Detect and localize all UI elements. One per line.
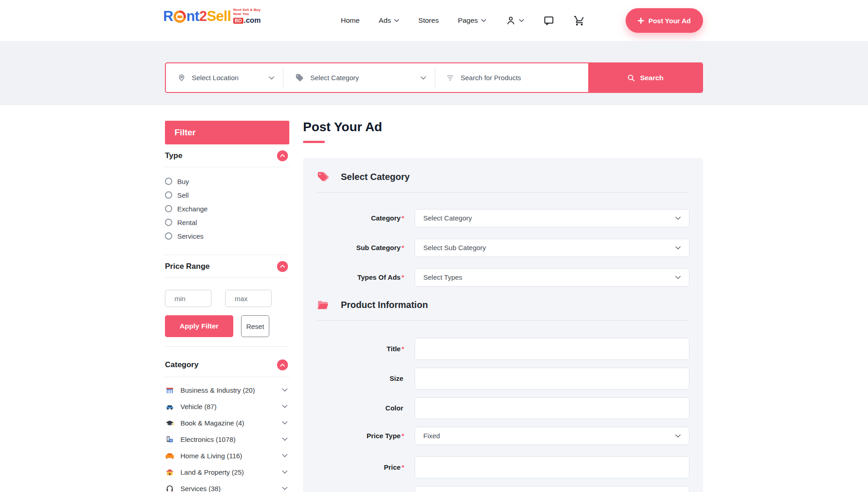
min-price-input[interactable] [165,290,211,307]
location-select[interactable]: Select Location [166,63,283,92]
title-input[interactable] [415,338,689,360]
type-option-buy[interactable]: Buy [165,174,289,188]
type-collapse-button[interactable] [277,150,288,161]
cart-button[interactable] [574,15,585,26]
nav-label-home: Home [341,16,360,25]
filter-lines-icon [446,74,454,82]
nav-item-ads[interactable]: Ads [379,16,399,25]
type-option-label: Buy [177,178,189,185]
category-item-land-property[interactable]: Land & Property (25) [165,464,289,480]
chevron-down-icon [269,76,274,80]
type-option-rental[interactable]: Rental [165,215,289,229]
sub-category-select[interactable]: Select Sub Category [415,239,689,257]
field-label-text: Price [384,463,401,471]
price-collapse-button[interactable] [277,261,288,272]
category-item-book-magazine[interactable]: Book & Magazine (4) [165,415,289,431]
radio-icon[interactable] [165,205,172,212]
chevron-down-icon[interactable] [282,421,288,425]
logo-bd-badge: BD [233,18,243,24]
discount-input[interactable] [415,486,689,492]
field-label-text: Title [387,345,401,353]
tags-icon [317,171,329,183]
logo-letter-r: R [163,8,173,25]
chevron-down-icon[interactable] [282,405,288,408]
select-value: Select Category [423,214,675,222]
category-item-label: Land & Property (25) [180,468,282,476]
title-field-label: Title* [317,344,404,354]
account-menu[interactable] [505,15,524,26]
chevron-up-icon [280,364,285,367]
chevron-down-icon [675,246,681,250]
divider [317,192,689,193]
nav-item-pages[interactable]: Pages [458,16,486,25]
category-select[interactable]: Select Category [415,209,689,227]
price-type-select[interactable]: Fixed [415,427,689,445]
product-search-input[interactable] [461,74,582,82]
post-ad-form-card: Select Category Category* Select Categor… [303,158,703,492]
post-your-ad-button[interactable]: Post Your Ad [626,8,703,33]
types-of-ads-select[interactable]: Select Types [415,268,689,287]
type-option-services[interactable]: Services [165,229,289,243]
category-collapse-button[interactable] [277,359,288,370]
chevron-down-icon[interactable] [282,437,288,441]
folder-icon [317,299,329,311]
chevron-down-icon[interactable] [282,487,288,490]
radio-icon[interactable] [165,219,172,226]
type-option-label: Sell [177,191,189,199]
category-item-label: Services (38) [180,485,282,492]
radio-icon[interactable] [165,232,172,240]
nav-label-ads: Ads [379,16,391,25]
category-field-row: Category* Select Category [317,209,689,227]
size-field-row: Size [317,368,689,390]
category-item-vehicle[interactable]: Vehicle (87) [165,398,289,415]
site-logo[interactable]: R nt 2 Sell Rent Sell & Buy Near You BD … [163,8,261,25]
search-button[interactable]: Search [588,63,702,92]
type-option-label: Exchange [177,205,208,213]
chevron-down-icon[interactable] [282,454,288,457]
radio-icon[interactable] [165,178,172,185]
category-select-searchbar[interactable]: Select Category [283,63,435,92]
size-input[interactable] [415,368,689,390]
location-pin-icon [178,73,185,82]
logo-word-sell: Sell [207,8,231,25]
radio-icon[interactable] [165,191,172,199]
logo-domain: .com [244,17,261,25]
tag-icon [295,73,304,82]
category-item-business-industry[interactable]: Business & Industry (20) [165,382,289,398]
type-section-title: Type [165,151,182,160]
category-item-electronics[interactable]: Electronics (1078) [165,431,289,447]
discount-field-row: Discount [0 to 99]% [317,486,689,492]
max-price-input[interactable] [225,290,272,307]
nav-item-stores[interactable]: Stores [418,16,439,25]
color-input[interactable] [415,397,689,419]
price-section-body: Apply Filter Reset [165,278,289,346]
sub-category-field-label: Sub Category* [317,243,404,252]
type-option-label: Rental [177,219,197,226]
search-band: Select Location Select Category Search [0,41,868,105]
price-input[interactable] [415,456,689,478]
type-option-exchange[interactable]: Exchange [165,202,289,215]
reset-button[interactable]: Reset [241,315,269,337]
graduation-cap-icon [165,419,174,427]
chevron-down-icon[interactable] [282,470,288,474]
category-item-label: Book & Magazine (4) [180,419,282,427]
product-information-title-text: Product Information [341,300,428,310]
type-option-sell[interactable]: Sell [165,188,289,202]
nav-item-home[interactable]: Home [341,16,360,25]
messages-button[interactable] [543,15,555,26]
location-select-value: Select Location [192,74,239,82]
category-list: Business & Industry (20) Vehicle (87) Bo… [165,377,289,492]
category-item-home-living[interactable]: Home & Living (116) [165,447,289,464]
chevron-down-icon [481,19,486,22]
field-label-text: Types Of Ads [357,273,401,281]
apply-filter-button[interactable]: Apply Filter [165,315,233,337]
chevron-down-icon[interactable] [282,388,288,392]
required-asterisk: * [401,463,404,471]
chevron-down-icon [394,19,399,22]
logo-digit-2: 2 [199,8,207,25]
cart-icon [574,15,585,26]
filter-sidebar: Filter Type Buy Sell Exchange Rental Ser… [165,121,289,492]
chevron-up-icon [280,154,285,157]
page-title: Post Your Ad [303,119,703,135]
category-item-services[interactable]: Services (38) [165,480,289,492]
